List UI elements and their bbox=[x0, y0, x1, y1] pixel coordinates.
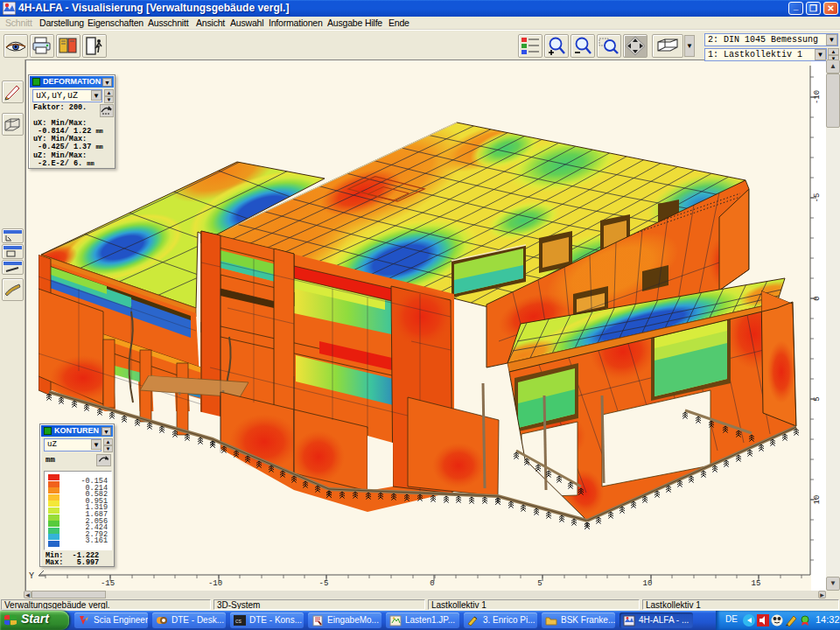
svg-text:-15: -15 bbox=[101, 579, 115, 588]
svg-text:5: 5 bbox=[537, 579, 542, 588]
svg-text:5: 5 bbox=[813, 396, 822, 401]
svg-text:10: 10 bbox=[643, 579, 653, 588]
svg-text:Y: Y bbox=[29, 571, 34, 581]
svg-text:-5: -5 bbox=[813, 193, 822, 203]
svg-text:0: 0 bbox=[813, 296, 822, 300]
svg-text:15: 15 bbox=[752, 579, 761, 588]
svg-text:cs: cs bbox=[235, 618, 242, 624]
svg-text:-5: -5 bbox=[319, 579, 329, 588]
svg-text:-10: -10 bbox=[813, 90, 822, 104]
svg-text:0: 0 bbox=[430, 579, 434, 588]
svg-text:-10: -10 bbox=[208, 579, 222, 588]
svg-text:10: 10 bbox=[813, 495, 822, 505]
